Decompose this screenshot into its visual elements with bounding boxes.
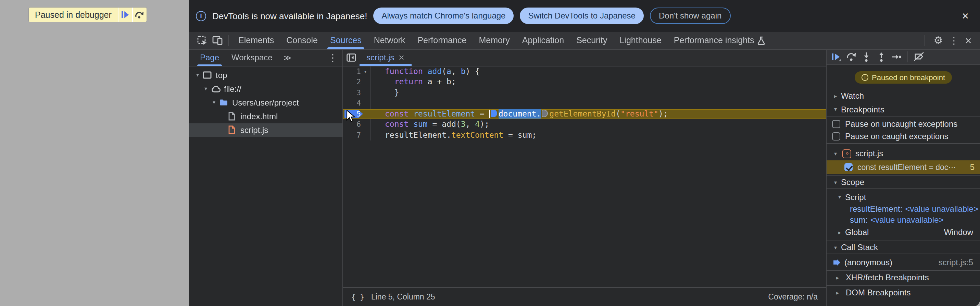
step-out-icon[interactable] (874, 50, 889, 64)
device-toolbar-icon[interactable] (210, 33, 224, 48)
code-line-4[interactable]: 4 (343, 98, 826, 108)
editor-tab-scriptjs[interactable]: script.js ✕ (360, 50, 412, 65)
code-line-7[interactable]: 7resultElement.textContent = sum; (343, 130, 826, 140)
code-text[interactable]: function add(a, b) { (371, 66, 826, 77)
code-text[interactable]: } (371, 88, 826, 98)
tree-item-index-html[interactable]: index.html (189, 109, 342, 123)
code-text[interactable] (371, 98, 826, 108)
tab-page[interactable]: Page (197, 50, 222, 65)
code-line-6[interactable]: 6const sum = add(3, 4); (343, 119, 826, 130)
panel-tab-lighthouse[interactable]: Lighthouse (613, 32, 667, 49)
call-stack-frame-row[interactable]: (anonymous) script.js:5 (827, 256, 980, 269)
fold-spacer (361, 88, 370, 98)
tab-workspace[interactable]: Workspace (229, 50, 275, 65)
section-scope[interactable]: ▾ Scope (827, 175, 980, 189)
breakpoint-file-group[interactable]: ▾ ‹› script.js (827, 147, 980, 160)
panel-tab-network[interactable]: Network (368, 32, 412, 49)
toolbar-right-icons: ⚙ ⋮ ✕ (920, 33, 975, 48)
infobar-close-icon[interactable]: ✕ (959, 10, 972, 22)
inspect-element-icon[interactable] (194, 33, 210, 48)
step-over-icon[interactable] (844, 50, 859, 64)
line-number-3[interactable]: 3 (343, 88, 361, 98)
hide-navigator-icon[interactable] (343, 50, 360, 65)
code-line-3[interactable]: 3 } (343, 88, 826, 98)
variable-name: sum (850, 215, 865, 225)
dont-show-again-button[interactable]: Don't show again (650, 8, 730, 24)
step-into-icon[interactable] (859, 50, 874, 64)
navigator-kebab-icon[interactable]: ⋮ (327, 52, 338, 63)
checkbox-checked[interactable] (845, 163, 853, 171)
tree-item-label: file:// (224, 84, 242, 94)
pretty-print-icon[interactable]: { } (351, 293, 364, 301)
inline-breakpoint-marker-gray[interactable] (542, 110, 548, 117)
panel-tab-performance[interactable]: Performance (411, 32, 473, 49)
panel-tab-console[interactable]: Console (280, 32, 324, 49)
more-tabs-chevron[interactable]: ≫ (283, 53, 291, 62)
pause-caught-exceptions-row[interactable]: Pause on caught exceptions (827, 130, 980, 143)
section-watch[interactable]: ▸ Watch (827, 89, 980, 103)
code-text[interactable]: resultElement.textContent = sum; (371, 130, 826, 140)
kebab-menu-icon[interactable]: ⋮ (948, 33, 959, 48)
panel-tab-label: Lighthouse (619, 36, 661, 45)
code-editor[interactable]: 1▾function add(a, b) {2 return a + b;3 }… (343, 66, 826, 287)
panel-tab-sources[interactable]: Sources (324, 32, 368, 49)
line-number-4[interactable]: 4 (343, 98, 361, 108)
deactivate-breakpoints-icon[interactable] (912, 50, 927, 64)
step-icon[interactable] (889, 50, 904, 64)
code-text[interactable]: return a + b; (371, 77, 826, 88)
tree-item-users-user-project[interactable]: ▾Users/user/project (189, 96, 342, 109)
pause-uncaught-exceptions-row[interactable]: Pause on uncaught exceptions (827, 118, 980, 130)
paused-banner-label: Paused in debugger (29, 8, 118, 22)
section-dom-breakpoints[interactable]: ▸ DOM Breakpoints (827, 286, 980, 300)
editor-tab-close-icon[interactable]: ✕ (398, 53, 404, 62)
file-tree: ▾top▾file://▾Users/user/projectindex.htm… (189, 66, 342, 137)
resume-script-button[interactable] (118, 8, 132, 22)
section-xhr-breakpoints[interactable]: ▸ XHR/fetch Breakpoints (827, 271, 980, 284)
code-line-5[interactable]: 5const resultElement = document.getEleme… (343, 108, 826, 119)
token: ) { (466, 66, 480, 76)
breakpoint-entry-row[interactable]: const resultElement = doc⋯ 5 (827, 160, 980, 174)
token: , (451, 66, 461, 76)
token (409, 108, 413, 118)
section-call-stack[interactable]: ▾ Call Stack (827, 241, 980, 254)
token: = sum; (503, 130, 536, 139)
switch-to-japanese-button[interactable]: Switch DevTools to Japanese (520, 8, 644, 24)
mouse-cursor (346, 110, 357, 123)
panel-tab-application[interactable]: Application (516, 32, 570, 49)
chevron-right-icon: ▸ (834, 274, 842, 280)
panel-tab-elements[interactable]: Elements (232, 32, 280, 49)
panel-tab-memory[interactable]: Memory (473, 32, 516, 49)
panel-tab-security[interactable]: Security (570, 32, 613, 49)
devtools-close-icon[interactable]: ✕ (962, 33, 975, 48)
scope-global-row[interactable]: ▸ Global Window (827, 225, 980, 239)
fold-arrow-icon[interactable]: ▾ (361, 66, 370, 77)
panel-tab-performance-insights[interactable]: Performance insights (668, 32, 772, 49)
tree-item-script-js[interactable]: script.js (189, 123, 342, 137)
code-text[interactable]: const sum = add(3, 4); (371, 119, 826, 130)
variable-name: resultElement (850, 204, 900, 214)
inline-breakpoint-marker-blue[interactable] (491, 110, 497, 117)
code-text[interactable]: const resultElement = document.getElemen… (371, 108, 826, 119)
checkbox-unchecked[interactable] (832, 120, 840, 128)
match-chrome-language-button[interactable]: Always match Chrome's language (373, 8, 514, 24)
tree-item-top[interactable]: ▾top (189, 68, 342, 82)
step-over-banner-button[interactable] (132, 8, 146, 22)
line-number-7[interactable]: 7 (343, 130, 361, 140)
code-line-1[interactable]: 1▾function add(a, b) { (343, 66, 826, 77)
code-line-2[interactable]: 2 return a + b; (343, 77, 826, 88)
token: sum (413, 119, 428, 129)
scope-script-row[interactable]: ▾ Script (827, 191, 980, 204)
line-number-1[interactable]: 1 (343, 66, 361, 77)
panel-tabs: ElementsConsoleSourcesNetworkPerformance… (232, 32, 772, 49)
tree-item-file-[interactable]: ▾file:// (189, 82, 342, 96)
cursor-position-label: Line 5, Column 25 (371, 293, 435, 301)
line-number-2[interactable]: 2 (343, 77, 361, 88)
paused-in-debugger-banner: Paused in debugger (29, 8, 146, 22)
token: ( (442, 66, 447, 76)
scope-variable-row[interactable]: resultElement: <value unavailable> (827, 204, 980, 215)
checkbox-unchecked[interactable] (832, 132, 840, 140)
section-breakpoints[interactable]: ▾ Breakpoints (827, 103, 980, 116)
settings-gear-icon[interactable]: ⚙ (931, 33, 946, 48)
scope-variable-row[interactable]: sum: <value unavailable> (827, 215, 980, 225)
resume-script-icon[interactable] (829, 50, 844, 64)
